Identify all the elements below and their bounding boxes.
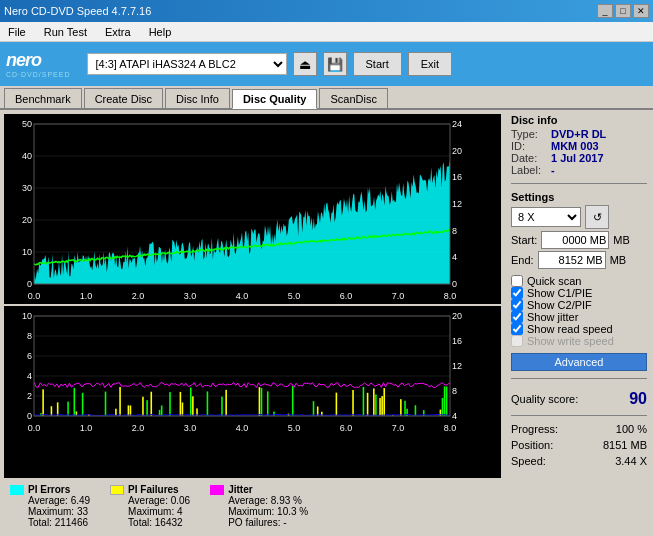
pie-chart	[4, 114, 501, 304]
tab-disc-quality[interactable]: Disc Quality	[232, 89, 318, 109]
pi-errors-max: Maximum: 33	[28, 506, 90, 517]
tab-disc-info[interactable]: Disc Info	[165, 88, 230, 108]
write-speed-row: Show write speed	[511, 335, 647, 347]
menubar: File Run Test Extra Help	[0, 22, 653, 42]
menu-file[interactable]: File	[4, 24, 30, 40]
quick-scan-checkbox[interactable]	[511, 275, 523, 287]
read-speed-checkbox[interactable]	[511, 323, 523, 335]
save-button[interactable]: 💾	[323, 52, 347, 76]
disc-type-label: Type:	[511, 128, 547, 140]
legend-jitter-color	[210, 485, 224, 495]
settings-section: Settings 8 X ↺ Start: MB End: MB	[511, 191, 647, 271]
disc-date-label: Date:	[511, 152, 547, 164]
disc-id-label: ID:	[511, 140, 547, 152]
legend-pi-failures-color	[110, 485, 124, 495]
progress-label: Progress:	[511, 423, 558, 435]
right-panel: Disc info Type: DVD+R DL ID: MKM 003 Dat…	[505, 110, 653, 536]
quick-scan-row: Quick scan	[511, 275, 647, 287]
pi-failures-total: Total: 16432	[128, 517, 190, 528]
tab-bar: Benchmark Create Disc Disc Info Disc Qua…	[0, 86, 653, 110]
toolbar: nero CD·DVD/SPEED [4:3] ATAPI iHAS324 A …	[0, 42, 653, 86]
close-button[interactable]: ✕	[633, 4, 649, 18]
legend-jitter: Jitter Average: 8.93 % Maximum: 10.3 % P…	[210, 484, 308, 528]
jitter-label: Jitter	[228, 484, 308, 495]
c1pie-row: Show C1/PIE	[511, 287, 647, 299]
pif-chart	[4, 306, 501, 478]
progress-row: Progress: 100 %	[511, 423, 647, 435]
divider-3	[511, 415, 647, 416]
jitter-cb-label: Show jitter	[527, 311, 578, 323]
disc-info-section: Disc info Type: DVD+R DL ID: MKM 003 Dat…	[511, 114, 647, 176]
legend-pi-failures: PI Failures Average: 0.06 Maximum: 4 Tot…	[110, 484, 190, 528]
advanced-button[interactable]: Advanced	[511, 353, 647, 371]
disc-date-row: Date: 1 Jul 2017	[511, 152, 647, 164]
tab-scan-disc[interactable]: ScanDisc	[319, 88, 387, 108]
tab-benchmark[interactable]: Benchmark	[4, 88, 82, 108]
legend-pi-errors-text: PI Errors Average: 6.49 Maximum: 33 Tota…	[28, 484, 90, 528]
disc-type-value: DVD+R DL	[551, 128, 606, 140]
c1pie-label: Show C1/PIE	[527, 287, 592, 299]
checkboxes-section: Quick scan Show C1/PIE Show C2/PIF Show …	[511, 275, 647, 347]
end-mb-unit: MB	[610, 254, 627, 266]
speed-row: 8 X ↺	[511, 205, 647, 229]
pi-failures-label: PI Failures	[128, 484, 190, 495]
speed-row: Speed: 3.44 X	[511, 455, 647, 467]
logo-sub: CD·DVD/SPEED	[6, 71, 71, 78]
legend-pi-failures-text: PI Failures Average: 0.06 Maximum: 4 Tot…	[128, 484, 190, 528]
pi-errors-avg: Average: 6.49	[28, 495, 90, 506]
titlebar: Nero CD-DVD Speed 4.7.7.16 _ □ ✕	[0, 0, 653, 22]
settings-title: Settings	[511, 191, 647, 203]
write-speed-label: Show write speed	[527, 335, 614, 347]
disc-info-title: Disc info	[511, 114, 647, 126]
disc-label-value: -	[551, 164, 555, 176]
pi-errors-total: Total: 211466	[28, 517, 90, 528]
start-mb-input[interactable]	[541, 231, 609, 249]
disc-type-row: Type: DVD+R DL	[511, 128, 647, 140]
tab-create-disc[interactable]: Create Disc	[84, 88, 163, 108]
quality-score-row: Quality score: 90	[511, 390, 647, 408]
jitter-avg: Average: 8.93 %	[228, 495, 308, 506]
position-row: Position: 8151 MB	[511, 439, 647, 451]
start-mb-row: Start: MB	[511, 231, 647, 249]
drive-select[interactable]: [4:3] ATAPI iHAS324 A BLC2	[87, 53, 287, 75]
write-speed-checkbox[interactable]	[511, 335, 523, 347]
disc-date-value: 1 Jul 2017	[551, 152, 604, 164]
jitter-checkbox[interactable]	[511, 311, 523, 323]
legend-pi-errors-color	[10, 485, 24, 495]
legend-area: PI Errors Average: 6.49 Maximum: 33 Tota…	[4, 480, 501, 532]
menu-run-test[interactable]: Run Test	[40, 24, 91, 40]
speed-select[interactable]: 8 X	[511, 207, 581, 227]
app-title: Nero CD-DVD Speed 4.7.7.16	[4, 5, 151, 17]
menu-help[interactable]: Help	[145, 24, 176, 40]
quality-score-label: Quality score:	[511, 393, 578, 405]
titlebar-controls: _ □ ✕	[597, 4, 649, 18]
start-button[interactable]: Start	[353, 52, 402, 76]
main-content: PI Errors Average: 6.49 Maximum: 33 Tota…	[0, 110, 653, 536]
refresh-button[interactable]: ↺	[585, 205, 609, 229]
logo-nero: nero	[6, 50, 41, 71]
read-speed-row: Show read speed	[511, 323, 647, 335]
c2pif-checkbox[interactable]	[511, 299, 523, 311]
end-mb-label: End:	[511, 254, 534, 266]
start-mb-unit: MB	[613, 234, 630, 246]
menu-extra[interactable]: Extra	[101, 24, 135, 40]
disc-id-value: MKM 003	[551, 140, 599, 152]
minimize-button[interactable]: _	[597, 4, 613, 18]
disc-id-row: ID: MKM 003	[511, 140, 647, 152]
disc-label-label: Label:	[511, 164, 547, 176]
read-speed-label: Show read speed	[527, 323, 613, 335]
speed-value: 3.44 X	[615, 455, 647, 467]
c1pie-checkbox[interactable]	[511, 287, 523, 299]
progress-value: 100 %	[616, 423, 647, 435]
position-value: 8151 MB	[603, 439, 647, 451]
jitter-row: Show jitter	[511, 311, 647, 323]
quick-scan-label: Quick scan	[527, 275, 581, 287]
exit-button[interactable]: Exit	[408, 52, 452, 76]
speed-label: Speed:	[511, 455, 546, 467]
maximize-button[interactable]: □	[615, 4, 631, 18]
pi-failures-max: Maximum: 4	[128, 506, 190, 517]
chart-area: PI Errors Average: 6.49 Maximum: 33 Tota…	[0, 110, 505, 536]
disc-label-row: Label: -	[511, 164, 647, 176]
eject-button[interactable]: ⏏	[293, 52, 317, 76]
end-mb-input[interactable]	[538, 251, 606, 269]
